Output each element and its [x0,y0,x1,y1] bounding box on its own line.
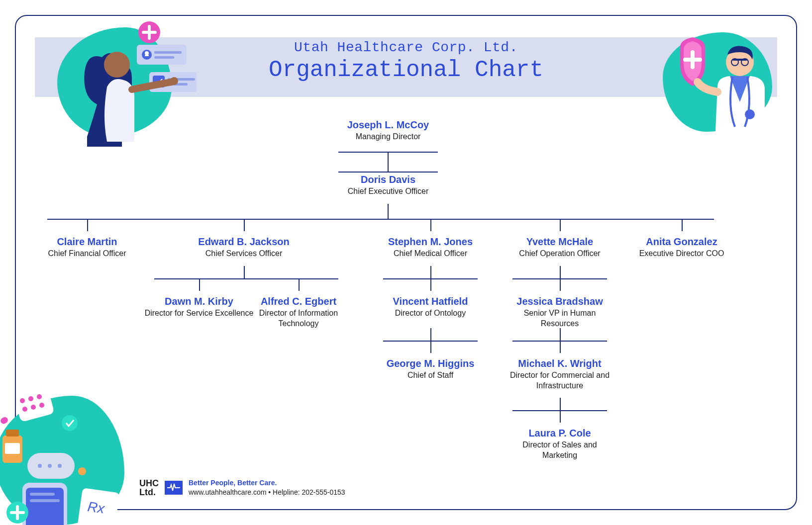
node-dse: Dawn M. Kirby Director for Service Excel… [144,296,254,319]
person-role: Director of Ontology [376,308,485,319]
heartbeat-icon [165,481,183,495]
svg-point-23 [39,403,44,408]
person-name: Dawn M. Kirby [144,296,254,307]
node-ceo: Doris Davis Chief Executive Officer [333,174,443,197]
footer-logo-text: UHC Ltd. [139,479,159,497]
title-block: Utah Healthcare Corp. Ltd. Organizationa… [0,40,812,83]
footer-info: www.utahhealthcare.com • Helpline: 202-5… [189,488,345,498]
node-director-sales-marketing: Laura P. Cole Director of Sales and Mark… [505,428,614,461]
footer-logo-line1: UHC [139,479,159,488]
svg-point-16 [745,109,755,119]
main-title: Organizational Chart [0,57,812,83]
svg-rect-28 [6,430,19,437]
footer-text: Better People, Better Care. www.utahheal… [189,478,345,498]
svg-point-31 [38,464,42,468]
person-role: Chief Financial Officer [32,249,142,259]
person-name: Stephen M. Jones [376,236,485,248]
person-role: Managing Director [333,132,443,142]
person-name: George M. Higgins [376,358,485,369]
person-role: Chief of Staff [376,370,485,381]
svg-point-19 [28,396,33,401]
node-director-commercial: Michael K. Wright Director for Commercia… [505,358,614,391]
footer: UHC Ltd. Better People, Better Care. www… [139,478,345,498]
person-role: Director of Sales and Marketing [505,440,614,461]
node-director-ontology: Vincent Hatfield Director of Ontology [376,296,485,319]
node-dit: Alfred C. Egbert Director of Information… [244,296,353,329]
person-name: Yvette McHale [505,236,614,248]
person-role: Chief Services Officer [189,249,299,259]
person-role: Chief Executive Officer [333,186,443,197]
svg-rect-37 [30,493,55,496]
person-name: Anita Gonzalez [627,236,736,248]
person-role: Senior VP in Human Resources [505,308,614,329]
person-role: Director for Service Excellence [144,308,254,319]
node-chief-of-staff: George M. Higgins Chief of Staff [376,358,485,381]
node-cso: Edward B. Jackson Chief Services Officer [189,236,299,259]
svg-point-21 [22,407,27,412]
svg-point-34 [78,467,86,475]
svg-text:Rx: Rx [87,499,106,517]
node-cfo: Claire Martin Chief Financial Officer [32,236,142,259]
person-role: Chief Operation Officer [505,249,614,259]
company-name: Utah Healthcare Corp. Ltd. [0,40,812,55]
svg-point-32 [48,464,52,468]
node-managing-director: Joseph L. McCoy Managing Director [333,119,443,142]
person-role: Chief Medical Officer [376,249,485,259]
node-edc: Anita Gonzalez Executive Director COO [627,236,736,259]
person-name: Laura P. Cole [505,428,614,439]
svg-point-26 [62,415,78,431]
svg-point-22 [31,405,36,410]
svg-rect-38 [30,499,60,502]
person-name: Vincent Hatfield [376,296,485,307]
person-name: Claire Martin [32,236,142,248]
node-coo: Yvette McHale Chief Operation Officer [505,236,614,259]
footer-tagline: Better People, Better Care. [189,478,345,488]
person-name: Joseph L. McCoy [333,119,443,131]
person-role: Director for Commercial and Infrastructu… [505,370,614,391]
person-name: Michael K. Wright [505,358,614,369]
footer-logo-line2: Ltd. [139,488,159,497]
node-svp-hr: Jessica Bradshaw Senior VP in Human Reso… [505,296,614,329]
node-cmo: Stephen M. Jones Chief Medical Officer [376,236,485,259]
person-name: Alfred C. Egbert [244,296,353,307]
svg-point-20 [37,394,42,399]
person-role: Director of Information Technology [244,308,353,329]
person-name: Doris Davis [333,174,443,185]
svg-rect-29 [5,443,20,454]
svg-point-33 [58,464,62,468]
person-role: Executive Director COO [627,249,736,259]
person-name: Edward B. Jackson [189,236,299,248]
svg-point-18 [20,398,25,403]
person-name: Jessica Bradshaw [505,296,614,307]
medical-items-illustration: Rx [0,386,139,525]
